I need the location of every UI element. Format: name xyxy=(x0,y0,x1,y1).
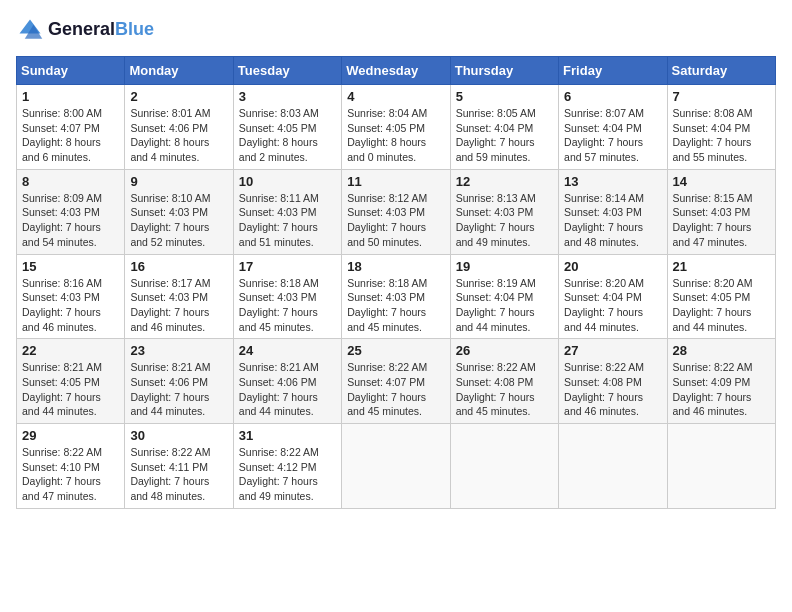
calendar-day-26: 26 Sunrise: 8:22 AM Sunset: 4:08 PM Dayl… xyxy=(450,339,558,424)
day-number: 8 xyxy=(22,174,119,189)
calendar-day-5: 5 Sunrise: 8:05 AM Sunset: 4:04 PM Dayli… xyxy=(450,85,558,170)
calendar-day-10: 10 Sunrise: 8:11 AM Sunset: 4:03 PM Dayl… xyxy=(233,169,341,254)
day-detail: Sunrise: 8:22 AM Sunset: 4:10 PM Dayligh… xyxy=(22,445,119,504)
day-detail: Sunrise: 8:15 AM Sunset: 4:03 PM Dayligh… xyxy=(673,191,770,250)
day-detail: Sunrise: 8:03 AM Sunset: 4:05 PM Dayligh… xyxy=(239,106,336,165)
calendar-week-5: 29 Sunrise: 8:22 AM Sunset: 4:10 PM Dayl… xyxy=(17,424,776,509)
weekday-wednesday: Wednesday xyxy=(342,57,450,85)
weekday-thursday: Thursday xyxy=(450,57,558,85)
day-number: 10 xyxy=(239,174,336,189)
day-number: 23 xyxy=(130,343,227,358)
calendar-day-18: 18 Sunrise: 8:18 AM Sunset: 4:03 PM Dayl… xyxy=(342,254,450,339)
calendar-day-16: 16 Sunrise: 8:17 AM Sunset: 4:03 PM Dayl… xyxy=(125,254,233,339)
calendar-day-15: 15 Sunrise: 8:16 AM Sunset: 4:03 PM Dayl… xyxy=(17,254,125,339)
calendar-day-19: 19 Sunrise: 8:19 AM Sunset: 4:04 PM Dayl… xyxy=(450,254,558,339)
day-number: 7 xyxy=(673,89,770,104)
calendar-day-30: 30 Sunrise: 8:22 AM Sunset: 4:11 PM Dayl… xyxy=(125,424,233,509)
day-number: 26 xyxy=(456,343,553,358)
day-detail: Sunrise: 8:21 AM Sunset: 4:05 PM Dayligh… xyxy=(22,360,119,419)
calendar-table: SundayMondayTuesdayWednesdayThursdayFrid… xyxy=(16,56,776,509)
day-detail: Sunrise: 8:22 AM Sunset: 4:11 PM Dayligh… xyxy=(130,445,227,504)
day-detail: Sunrise: 8:19 AM Sunset: 4:04 PM Dayligh… xyxy=(456,276,553,335)
calendar-body: 1 Sunrise: 8:00 AM Sunset: 4:07 PM Dayli… xyxy=(17,85,776,509)
calendar-day-22: 22 Sunrise: 8:21 AM Sunset: 4:05 PM Dayl… xyxy=(17,339,125,424)
calendar-week-3: 15 Sunrise: 8:16 AM Sunset: 4:03 PM Dayl… xyxy=(17,254,776,339)
calendar-day-23: 23 Sunrise: 8:21 AM Sunset: 4:06 PM Dayl… xyxy=(125,339,233,424)
logo-icon xyxy=(16,16,44,44)
calendar-day-20: 20 Sunrise: 8:20 AM Sunset: 4:04 PM Dayl… xyxy=(559,254,667,339)
day-detail: Sunrise: 8:13 AM Sunset: 4:03 PM Dayligh… xyxy=(456,191,553,250)
calendar-empty xyxy=(342,424,450,509)
day-number: 15 xyxy=(22,259,119,274)
day-detail: Sunrise: 8:05 AM Sunset: 4:04 PM Dayligh… xyxy=(456,106,553,165)
calendar-day-25: 25 Sunrise: 8:22 AM Sunset: 4:07 PM Dayl… xyxy=(342,339,450,424)
day-number: 5 xyxy=(456,89,553,104)
day-detail: Sunrise: 8:22 AM Sunset: 4:12 PM Dayligh… xyxy=(239,445,336,504)
calendar-day-28: 28 Sunrise: 8:22 AM Sunset: 4:09 PM Dayl… xyxy=(667,339,775,424)
calendar-day-12: 12 Sunrise: 8:13 AM Sunset: 4:03 PM Dayl… xyxy=(450,169,558,254)
day-detail: Sunrise: 8:18 AM Sunset: 4:03 PM Dayligh… xyxy=(239,276,336,335)
calendar-header: SundayMondayTuesdayWednesdayThursdayFrid… xyxy=(17,57,776,85)
calendar-empty xyxy=(450,424,558,509)
day-number: 19 xyxy=(456,259,553,274)
day-number: 13 xyxy=(564,174,661,189)
day-number: 4 xyxy=(347,89,444,104)
day-detail: Sunrise: 8:21 AM Sunset: 4:06 PM Dayligh… xyxy=(239,360,336,419)
day-detail: Sunrise: 8:20 AM Sunset: 4:05 PM Dayligh… xyxy=(673,276,770,335)
day-detail: Sunrise: 8:14 AM Sunset: 4:03 PM Dayligh… xyxy=(564,191,661,250)
calendar-day-4: 4 Sunrise: 8:04 AM Sunset: 4:05 PM Dayli… xyxy=(342,85,450,170)
day-number: 3 xyxy=(239,89,336,104)
calendar-day-11: 11 Sunrise: 8:12 AM Sunset: 4:03 PM Dayl… xyxy=(342,169,450,254)
day-number: 24 xyxy=(239,343,336,358)
weekday-saturday: Saturday xyxy=(667,57,775,85)
day-detail: Sunrise: 8:22 AM Sunset: 4:09 PM Dayligh… xyxy=(673,360,770,419)
weekday-sunday: Sunday xyxy=(17,57,125,85)
logo-text: GeneralBlue xyxy=(48,20,154,40)
logo: GeneralBlue xyxy=(16,16,154,44)
calendar-day-8: 8 Sunrise: 8:09 AM Sunset: 4:03 PM Dayli… xyxy=(17,169,125,254)
day-detail: Sunrise: 8:17 AM Sunset: 4:03 PM Dayligh… xyxy=(130,276,227,335)
day-number: 20 xyxy=(564,259,661,274)
calendar-day-14: 14 Sunrise: 8:15 AM Sunset: 4:03 PM Dayl… xyxy=(667,169,775,254)
day-detail: Sunrise: 8:16 AM Sunset: 4:03 PM Dayligh… xyxy=(22,276,119,335)
day-detail: Sunrise: 8:12 AM Sunset: 4:03 PM Dayligh… xyxy=(347,191,444,250)
day-number: 17 xyxy=(239,259,336,274)
calendar-day-3: 3 Sunrise: 8:03 AM Sunset: 4:05 PM Dayli… xyxy=(233,85,341,170)
day-detail: Sunrise: 8:18 AM Sunset: 4:03 PM Dayligh… xyxy=(347,276,444,335)
day-detail: Sunrise: 8:22 AM Sunset: 4:08 PM Dayligh… xyxy=(456,360,553,419)
day-number: 2 xyxy=(130,89,227,104)
calendar-day-9: 9 Sunrise: 8:10 AM Sunset: 4:03 PM Dayli… xyxy=(125,169,233,254)
day-number: 21 xyxy=(673,259,770,274)
day-detail: Sunrise: 8:09 AM Sunset: 4:03 PM Dayligh… xyxy=(22,191,119,250)
day-number: 11 xyxy=(347,174,444,189)
day-detail: Sunrise: 8:00 AM Sunset: 4:07 PM Dayligh… xyxy=(22,106,119,165)
calendar-day-24: 24 Sunrise: 8:21 AM Sunset: 4:06 PM Dayl… xyxy=(233,339,341,424)
day-number: 1 xyxy=(22,89,119,104)
day-number: 28 xyxy=(673,343,770,358)
calendar-day-13: 13 Sunrise: 8:14 AM Sunset: 4:03 PM Dayl… xyxy=(559,169,667,254)
day-detail: Sunrise: 8:07 AM Sunset: 4:04 PM Dayligh… xyxy=(564,106,661,165)
calendar-empty xyxy=(667,424,775,509)
weekday-tuesday: Tuesday xyxy=(233,57,341,85)
day-number: 22 xyxy=(22,343,119,358)
calendar-day-2: 2 Sunrise: 8:01 AM Sunset: 4:06 PM Dayli… xyxy=(125,85,233,170)
calendar-week-4: 22 Sunrise: 8:21 AM Sunset: 4:05 PM Dayl… xyxy=(17,339,776,424)
day-detail: Sunrise: 8:21 AM Sunset: 4:06 PM Dayligh… xyxy=(130,360,227,419)
day-number: 29 xyxy=(22,428,119,443)
day-detail: Sunrise: 8:22 AM Sunset: 4:07 PM Dayligh… xyxy=(347,360,444,419)
calendar-empty xyxy=(559,424,667,509)
day-number: 18 xyxy=(347,259,444,274)
calendar-week-1: 1 Sunrise: 8:00 AM Sunset: 4:07 PM Dayli… xyxy=(17,85,776,170)
day-detail: Sunrise: 8:22 AM Sunset: 4:08 PM Dayligh… xyxy=(564,360,661,419)
day-detail: Sunrise: 8:01 AM Sunset: 4:06 PM Dayligh… xyxy=(130,106,227,165)
calendar-day-29: 29 Sunrise: 8:22 AM Sunset: 4:10 PM Dayl… xyxy=(17,424,125,509)
calendar-day-31: 31 Sunrise: 8:22 AM Sunset: 4:12 PM Dayl… xyxy=(233,424,341,509)
day-detail: Sunrise: 8:04 AM Sunset: 4:05 PM Dayligh… xyxy=(347,106,444,165)
day-number: 16 xyxy=(130,259,227,274)
day-number: 6 xyxy=(564,89,661,104)
day-number: 9 xyxy=(130,174,227,189)
weekday-monday: Monday xyxy=(125,57,233,85)
day-number: 30 xyxy=(130,428,227,443)
day-number: 12 xyxy=(456,174,553,189)
calendar-week-2: 8 Sunrise: 8:09 AM Sunset: 4:03 PM Dayli… xyxy=(17,169,776,254)
